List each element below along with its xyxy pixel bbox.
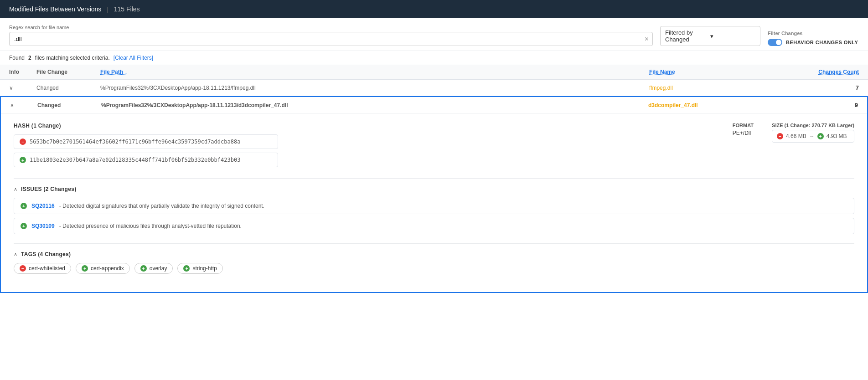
th-info: Info	[9, 69, 36, 75]
tags-section: ∧ TAGS (4 Changes) − cert-whitelisted + …	[14, 251, 854, 274]
size-col: SIZE (1 Change: 270.77 KB Larger) − 4.66…	[772, 123, 854, 143]
table-container: Info File Change File Path ↓ File Name C…	[0, 65, 868, 293]
issue1-text: - Detected digital signatures that only …	[59, 203, 264, 209]
tag4-plus-icon: +	[183, 265, 190, 272]
divider-2	[14, 243, 854, 244]
size-change-row: − 4.66 MB → + 4.93 MB	[772, 130, 854, 143]
clear-search-button[interactable]: ×	[645, 36, 649, 43]
tag4-label: string-http	[192, 265, 217, 272]
behavior-changes-toggle[interactable]	[768, 39, 782, 46]
found-text: Found	[9, 55, 25, 61]
clear-all-filters-link[interactable]: [Clear All Filters]	[114, 55, 153, 61]
issues-section: ∧ ISSUES (2 Changes) + SQ20116 - Detecte…	[14, 186, 854, 234]
issue2-id[interactable]: SQ30109	[31, 223, 55, 229]
tags-section-header[interactable]: ∧ TAGS (4 Changes)	[14, 251, 854, 257]
row1-chevron[interactable]: ∨	[9, 85, 36, 91]
search-group: Regex search for file name ×	[9, 25, 653, 46]
format-col: FORMAT PE+/Dll	[733, 123, 754, 136]
tags-content: − cert-whitelisted + cert-appendix + ove…	[14, 263, 854, 274]
th-file-path[interactable]: File Path ↓	[100, 69, 649, 75]
tag-string-http: + string-http	[177, 263, 222, 274]
issues-chevron: ∧	[14, 186, 17, 192]
issues-section-header[interactable]: ∧ ISSUES (2 Changes)	[14, 186, 854, 192]
filter-changes-group: Filter Changes BEHAVIOR CHANGES ONLY	[768, 31, 859, 46]
tag3-label: overlay	[150, 265, 167, 272]
row2-file-change: Changed	[37, 102, 101, 108]
search-input-wrap: ×	[9, 32, 653, 46]
results-bar: Found 2 files matching selected criteria…	[0, 51, 868, 65]
issue1-id[interactable]: SQ20116	[31, 203, 55, 209]
size-plus-icon: +	[817, 133, 824, 139]
toggle-label: BEHAVIOR CHANGES ONLY	[786, 40, 858, 45]
th-changes-count[interactable]: Changes Count	[786, 69, 859, 75]
new-size-value: 4.93 MB	[827, 133, 847, 139]
tag-cert-appendix: + cert-appendix	[76, 263, 130, 274]
table-header: Info File Change File Path ↓ File Name C…	[0, 65, 868, 80]
issue-row-1: + SQ20116 - Detected digital signatures …	[14, 198, 854, 214]
row2-file-path: %ProgramFiles32%/3CXDesktopApp/app-18.11…	[101, 102, 648, 108]
hash-row-old: − 5653bc7b0e2701561464ef36602ff6171c96bf…	[14, 134, 714, 149]
tag2-plus-icon: +	[82, 265, 88, 272]
table-row-expanded: ∧ Changed %ProgramFiles32%/3CXDesktopApp…	[0, 96, 868, 293]
old-hash-value: 5653bc7b0e2701561464ef36602ff6171c96bffe…	[30, 139, 240, 145]
filter-value: Filtered by Changed	[665, 29, 710, 43]
hash-section-title: HASH (1 Change)	[14, 123, 61, 129]
plus-icon: +	[20, 157, 26, 163]
issues-section-title: ISSUES (2 Changes)	[21, 186, 76, 192]
tag3-plus-icon: +	[140, 265, 147, 272]
row1-file-path: %ProgramFiles32%/3CXDesktopApp/app-18.11…	[100, 85, 649, 91]
tag-cert-whitelisted: − cert-whitelisted	[14, 263, 71, 274]
file-count: 115 Files	[114, 5, 140, 13]
th-file-change: File Change	[36, 69, 100, 75]
hash-box-old: − 5653bc7b0e2701561464ef36602ff6171c96bf…	[14, 134, 278, 149]
row1-file-name-base: ffmpeg	[649, 85, 666, 91]
format-title: FORMAT	[733, 123, 754, 128]
row2-changes-count: 9	[785, 102, 858, 108]
search-input[interactable]	[10, 32, 652, 46]
issue2-plus-icon: +	[21, 223, 27, 229]
search-bar: Regex search for file name × Filtered by…	[0, 18, 868, 51]
filter-group: Filtered by Changed ▾	[660, 26, 760, 46]
search-label: Regex search for file name	[9, 25, 653, 30]
filter-chevron-icon: ▾	[710, 33, 755, 40]
issue2-text: - Detected presence of malicious files t…	[59, 223, 242, 229]
main-content: Regex search for file name × Filtered by…	[0, 18, 868, 380]
tags-chevron: ∧	[14, 252, 17, 257]
toggle-row: BEHAVIOR CHANGES ONLY	[768, 39, 859, 46]
filter-select[interactable]: Filtered by Changed ▾	[660, 26, 760, 46]
minus-icon: −	[20, 139, 26, 145]
table-row[interactable]: ∨ Changed %ProgramFiles32%/3CXDesktopApp…	[0, 80, 868, 96]
row1-file-name-ext: .dll	[666, 85, 672, 91]
row2-chevron[interactable]: ∧	[10, 102, 37, 108]
size-title: SIZE (1 Change: 270.77 KB Larger)	[772, 123, 854, 128]
page-title: Modified Files Between Versions	[9, 5, 101, 13]
th-file-name[interactable]: File Name	[649, 69, 786, 75]
hash-and-meta: HASH (1 Change) − 5653bc7b0e2701561464ef…	[14, 123, 854, 171]
hash-row-new: + 11be1803e2e307b647a8a7e02d128335c448ff…	[14, 153, 714, 167]
issue1-plus-icon: +	[21, 203, 27, 209]
filter-changes-label: Filter Changes	[768, 31, 859, 36]
row1-file-change: Changed	[36, 85, 100, 91]
row1-changes-count: 7	[786, 84, 859, 91]
hash-side: HASH (1 Change) − 5653bc7b0e2701561464ef…	[14, 123, 714, 171]
format-value: PE+/Dll	[733, 130, 754, 136]
tags-section-title: TAGS (4 Changes)	[21, 251, 71, 257]
arrow-icon: →	[809, 133, 815, 139]
row2-file-name-ext: .dll	[690, 102, 698, 108]
row1-file-name: ffmpeg.dll	[649, 84, 786, 91]
files-text: files matching selected criteria.	[35, 55, 110, 61]
tag1-label: cert-whitelisted	[29, 265, 65, 272]
meta-side: FORMAT PE+/Dll SIZE (1 Change: 270.77 KB…	[733, 123, 854, 143]
new-hash-value: 11be1803e2e307b647a8a7e02d128335c448ff74…	[30, 157, 240, 163]
header-divider: |	[107, 6, 108, 13]
row2-file-name-base: d3dcompiler_47	[648, 102, 690, 108]
results-count: 2	[28, 55, 31, 61]
tag2-label: cert-appendix	[91, 265, 124, 272]
hash-box-new: + 11be1803e2e307b647a8a7e02d128335c448ff…	[14, 153, 278, 167]
hash-section-header[interactable]: HASH (1 Change)	[14, 123, 714, 129]
header-bar: Modified Files Between Versions | 115 Fi…	[0, 0, 868, 18]
row2-header[interactable]: ∧ Changed %ProgramFiles32%/3CXDesktopApp…	[1, 97, 867, 113]
tag1-minus-icon: −	[20, 265, 26, 272]
size-minus-icon: −	[777, 133, 783, 139]
divider-1	[14, 178, 854, 179]
